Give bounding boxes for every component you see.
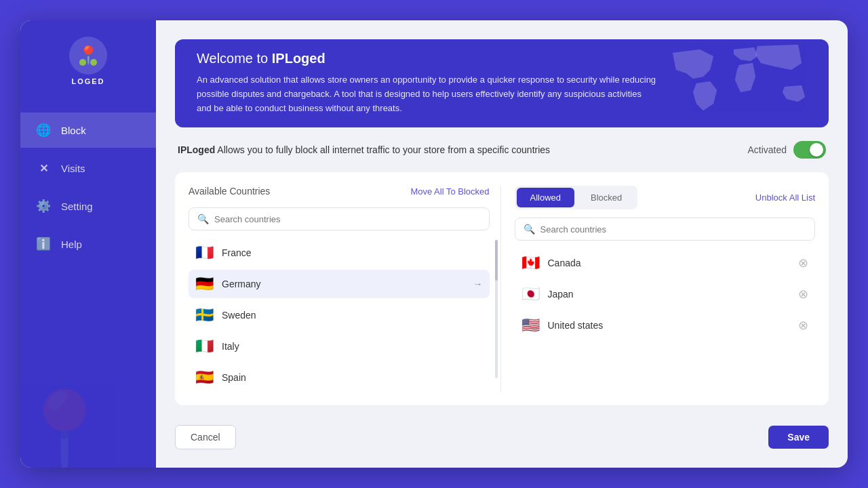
sidebar-item-label-setting: Setting [61,201,93,212]
main-content: Welcome to IPLoged An advanced solution … [156,20,848,468]
available-countries-search-box: 🔍 [189,207,490,230]
world-map-icon [666,39,829,127]
spain-name: Spain [222,372,483,383]
activated-toggle[interactable] [793,141,826,159]
canada-remove-icon[interactable]: ⊗ [798,257,808,269]
logo-icon: 📍 [69,37,107,75]
logo: 📍 LOGED [69,37,107,85]
search-icon-left: 🔍 [197,214,209,224]
allowed-countries-search-input[interactable] [540,224,807,235]
tab-allowed[interactable]: Allowed [517,188,575,207]
allowed-countries-search-box: 🔍 [515,218,816,241]
sidebar-item-label-visits: Visits [61,163,85,174]
cancel-button[interactable]: Cancel [175,425,236,449]
sidebar-item-setting[interactable]: ⚙️ Setting [20,188,156,224]
svg-point-3 [90,59,97,66]
country-item-united-states[interactable]: 🇺🇸 United states ⊗ [515,311,816,340]
country-item-canada[interactable]: 🇨🇦 Canada ⊗ [515,249,816,277]
allowed-countries-list: 🇨🇦 Canada ⊗ 🇯🇵 Japan ⊗ 🇺🇸 United states … [515,249,816,392]
scroll-thumb[interactable] [495,240,498,281]
banner-text: Welcome to IPLoged An advanced solution … [197,51,658,115]
sidebar-nav: 🌐 Block ✕ Visits ⚙️ Setting ℹ️ Help [20,113,156,262]
available-countries-header: Available Countries Move All To Blocked [189,186,490,197]
panel-footer: Cancel Save [175,419,829,449]
tabs-row: Allowed Blocked Unblock All List [515,186,816,209]
germany-flag: 🇩🇪 [195,277,214,291]
sidebar-item-block[interactable]: 🌐 Block [20,113,156,148]
us-remove-icon[interactable]: ⊗ [798,319,808,331]
save-button[interactable]: Save [768,426,829,449]
scroll-bar [495,240,498,378]
available-countries-search-input[interactable] [214,214,481,224]
canada-name: Canada [548,258,791,268]
country-item-france[interactable]: 🇫🇷 France [189,239,490,267]
available-countries-title: Available Countries [189,186,270,197]
sweden-flag: 🇸🇪 [195,308,214,323]
banner: Welcome to IPLoged An advanced solution … [175,39,829,127]
country-item-germany[interactable]: 🇩🇪 Germany → [189,270,490,298]
sidebar-item-help[interactable]: ℹ️ Help [20,226,156,262]
available-countries-column: Available Countries Move All To Blocked … [189,186,501,392]
banner-map [652,39,829,127]
banner-title: Welcome to IPLoged [197,51,658,66]
tabs-group: Allowed Blocked [515,186,638,209]
sidebar-bg-decoration: 📍 [20,386,115,468]
info-icon: ℹ️ [34,235,53,253]
unblock-all-button[interactable]: Unblock All List [755,192,815,203]
search-icon-right: 🔍 [524,224,535,235]
toggle-description: IPLoged Allows you to fully block all in… [178,144,550,155]
country-item-sweden[interactable]: 🇸🇪 Sweden [189,301,490,329]
us-name: United states [548,320,791,331]
country-item-italy[interactable]: 🇮🇹 Italy [189,332,490,361]
germany-arrow-icon: → [473,279,483,289]
toggle-group: Activated [747,141,826,159]
italy-flag: 🇮🇹 [195,339,214,354]
visits-icon: ✕ [34,159,53,178]
logo-text: LOGED [71,77,104,85]
toggle-row: IPLoged Allows you to fully block all in… [175,141,829,159]
sidebar-item-label-block: Block [61,125,86,136]
available-countries-list: 🇫🇷 France 🇩🇪 Germany → 🇸🇪 Sweden 🇮🇹 [189,239,490,392]
france-flag: 🇫🇷 [195,245,214,260]
sweden-name: Sweden [222,310,483,321]
country-item-spain[interactable]: 🇪🇸 Spain [189,363,490,392]
spain-flag: 🇪🇸 [195,370,214,385]
gear-icon: ⚙️ [34,197,53,216]
country-item-japan[interactable]: 🇯🇵 Japan ⊗ [515,280,816,308]
canada-flag: 🇨🇦 [521,256,540,270]
banner-description: An advanced solution that allows store o… [197,73,658,115]
sidebar-item-visits[interactable]: ✕ Visits [20,150,156,186]
japan-remove-icon[interactable]: ⊗ [798,288,808,300]
allowed-countries-column: Allowed Blocked Unblock All List 🔍 🇨🇦 Ca… [501,186,816,392]
sidebar-item-label-help: Help [61,239,82,250]
countries-panel: Available Countries Move All To Blocked … [175,172,829,405]
japan-name: Japan [548,289,791,300]
us-flag: 🇺🇸 [521,318,540,333]
sidebar: 📍 LOGED 🌐 Block ✕ Visits ⚙️ Setting ℹ️ H… [20,20,156,468]
germany-name: Germany [222,279,465,289]
tab-blocked[interactable]: Blocked [577,188,635,207]
svg-point-2 [79,59,86,66]
toggle-status-label: Activated [747,144,787,155]
italy-name: Italy [222,341,483,352]
move-all-button[interactable]: Move All To Blocked [410,186,489,197]
japan-flag: 🇯🇵 [521,287,540,302]
block-icon: 🌐 [34,121,53,140]
france-name: France [222,247,483,258]
